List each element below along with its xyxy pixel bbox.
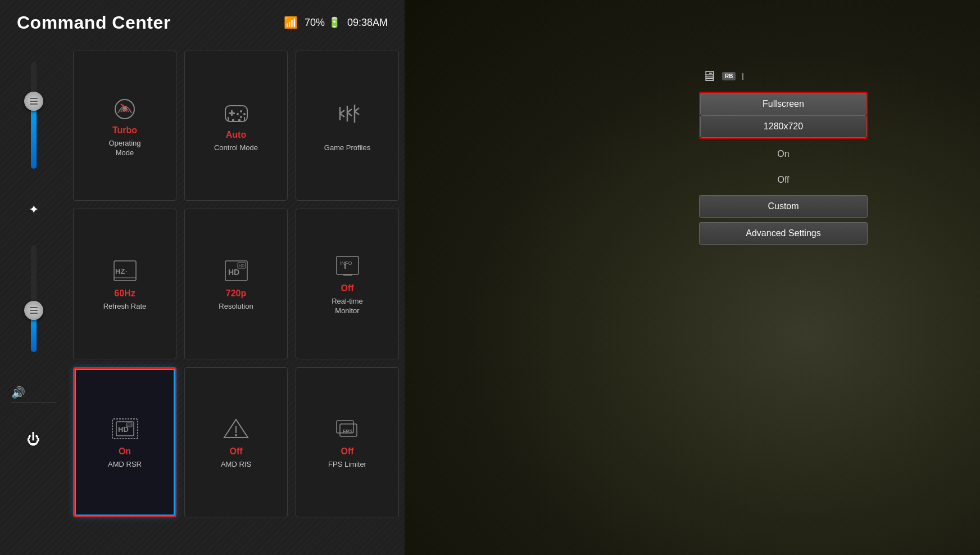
- menu-item-fullscreen[interactable]: Fullscreen: [700, 93, 866, 115]
- tile-refresh-rate[interactable]: HZ · · 60Hz Refresh Rate: [73, 209, 176, 359]
- highlighted-group: Fullscreen 1280x720: [699, 92, 868, 139]
- tile-refresh-rate-label: Refresh Rate: [103, 302, 147, 312]
- tile-fps-limiter-value: Off: [341, 446, 353, 457]
- thumb-line-6: [30, 313, 38, 314]
- power-icon[interactable]: ⏻: [27, 431, 40, 446]
- slider-2-thumb[interactable]: [24, 301, 43, 320]
- svg-rect-12: [238, 119, 241, 121]
- tile-amd-ris-icon: [219, 415, 253, 443]
- thumb-line-5: [30, 310, 38, 311]
- battery-info: 70% 🔋: [305, 16, 341, 29]
- tile-fps-limiter-label: FPS Limiter: [328, 460, 366, 470]
- tile-realtime-monitor-icon: i INFO: [330, 252, 364, 280]
- tile-operating-mode-value: Turbo: [112, 125, 137, 136]
- rb-badge: RB: [722, 72, 736, 80]
- power-icon-wrap[interactable]: ⏻: [27, 431, 40, 447]
- svg-point-10: [237, 113, 239, 115]
- svg-text:25W: 25W: [120, 108, 130, 113]
- tile-amd-ris-value: Off: [229, 446, 242, 457]
- app-title: Command Center: [17, 12, 171, 33]
- tile-control-mode-value: Auto: [226, 130, 246, 140]
- svg-text:INFO: INFO: [340, 260, 352, 266]
- battery-percent: 70%: [305, 17, 325, 29]
- volume-icon: 🔊: [11, 386, 25, 399]
- tile-operating-mode-label: OperatingMode: [108, 139, 140, 158]
- svg-point-44: [235, 434, 237, 436]
- bg-right: [405, 0, 980, 555]
- monitor-icon: 🖥: [702, 67, 716, 85]
- time-display: 09:38AM: [347, 17, 388, 29]
- svg-text:HD: HD: [228, 268, 239, 277]
- tile-fps-limiter-icon: FPS: [330, 415, 364, 443]
- tile-amd-rsr[interactable]: HD HD On AMD RSR: [73, 367, 176, 517]
- slider-2-handle: [30, 307, 38, 314]
- panel-header-icons: 🖥 RB: [699, 67, 868, 85]
- tile-amd-rsr-icon: HD HD: [108, 415, 142, 443]
- header-right: 📶 70% 🔋 09:38AM: [284, 16, 388, 29]
- tile-realtime-monitor-label: Real-timeMonitor: [332, 297, 363, 316]
- thumb-line-2: [30, 101, 38, 102]
- svg-rect-11: [232, 119, 234, 121]
- tile-game-profiles-label: Game Profiles: [324, 143, 370, 153]
- tile-operating-mode-icon: 25W: [108, 94, 142, 122]
- svg-text:FPS: FPS: [343, 428, 353, 434]
- tile-control-mode[interactable]: Auto Control Mode: [184, 51, 288, 201]
- svg-point-8: [243, 113, 246, 115]
- svg-text:·: ·: [125, 268, 127, 276]
- menu-item-custom[interactable]: Custom: [699, 195, 868, 218]
- volume-icon-wrap: 🔊: [11, 386, 56, 403]
- dot-connector: [742, 73, 743, 80]
- tile-game-profiles-icon: [330, 98, 364, 127]
- tile-grid: 25W Turbo OperatingMode Auto Control Mo: [73, 51, 399, 517]
- tile-refresh-rate-value: 60Hz: [114, 288, 135, 299]
- dropdown-menu: Fullscreen 1280x720 On Off Custom Advanc…: [699, 92, 868, 245]
- brightness-icon-wrap: ✦: [29, 202, 39, 217]
- menu-item-advanced-settings[interactable]: Advanced Settings: [699, 222, 868, 245]
- thumb-line-3: [30, 103, 38, 105]
- tile-game-profiles-value: —: [343, 130, 352, 140]
- tile-resolution-value: 720p: [226, 288, 246, 299]
- tile-amd-ris[interactable]: Off AMD RIS: [184, 367, 288, 517]
- tile-resolution-label: Resolution: [219, 302, 253, 312]
- slider-1-track[interactable]: [31, 62, 37, 169]
- svg-text:·: ·: [122, 265, 124, 270]
- slider-1-thumb[interactable]: [24, 92, 43, 111]
- right-panel: 🖥 RB Fullscreen 1280x720 On Off Custom A…: [699, 67, 868, 245]
- menu-item-on[interactable]: On: [699, 143, 868, 165]
- svg-text:HZ: HZ: [115, 267, 125, 276]
- slider-2-container[interactable]: [31, 245, 37, 352]
- tile-realtime-monitor-value: Off: [341, 283, 353, 294]
- sidebar: ✦ 🔊 ⏻: [6, 56, 62, 517]
- tile-realtime-monitor[interactable]: i INFO Off Real-timeMonitor: [296, 209, 399, 359]
- wifi-icon: 📶: [284, 16, 298, 29]
- tile-amd-rsr-label: AMD RSR: [108, 460, 142, 470]
- volume-separator: [11, 403, 56, 403]
- thumb-line-1: [30, 98, 38, 99]
- tile-operating-mode[interactable]: 25W Turbo OperatingMode: [73, 51, 176, 201]
- brightness-icon: ✦: [29, 202, 39, 216]
- menu-item-off[interactable]: Off: [699, 169, 868, 191]
- header: Command Center 📶 70% 🔋 09:38AM: [0, 0, 405, 45]
- tile-amd-ris-label: AMD RIS: [221, 460, 251, 470]
- slider-1-container[interactable]: [31, 62, 37, 169]
- tile-fps-limiter[interactable]: FPS Off FPS Limiter: [296, 367, 399, 517]
- tile-resolution[interactable]: HD HD 720p Resolution: [184, 209, 288, 359]
- svg-rect-6: [229, 112, 235, 114]
- svg-point-9: [240, 116, 242, 118]
- thumb-line-4: [30, 307, 38, 308]
- tile-refresh-rate-icon: HZ · ·: [108, 257, 142, 285]
- slider-2-track[interactable]: [31, 245, 37, 352]
- battery-icon: 🔋: [328, 16, 341, 29]
- slider-1-handle: [30, 98, 38, 105]
- svg-text:HD: HD: [127, 423, 132, 427]
- svg-text:HD: HD: [239, 264, 244, 268]
- tile-control-mode-icon: [219, 98, 253, 127]
- tile-resolution-icon: HD HD: [219, 257, 253, 285]
- tile-control-mode-label: Control Mode: [214, 143, 258, 153]
- tile-game-profiles[interactable]: — Game Profiles: [296, 51, 399, 201]
- svg-point-7: [240, 110, 242, 112]
- menu-item-resolution[interactable]: 1280x720: [700, 115, 866, 138]
- tile-amd-rsr-value: On: [119, 446, 131, 457]
